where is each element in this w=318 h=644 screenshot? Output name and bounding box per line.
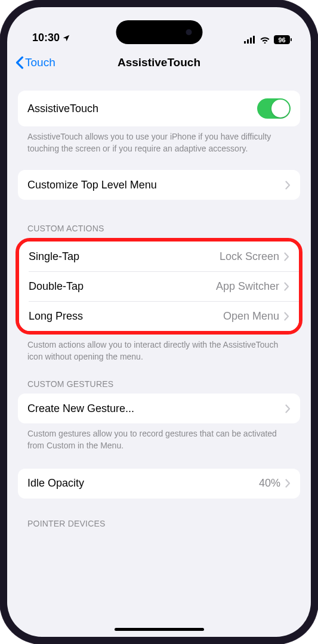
group-custom-gestures: CUSTOM GESTURES Create New Gesture... Cu… <box>18 379 300 451</box>
cellular-icon <box>244 36 256 44</box>
group-custom-actions: CUSTOM ACTIONS Single-Tap Lock Screen Do… <box>18 224 300 363</box>
settings-content[interactable]: AssistiveTouch AssistiveTouch allows you… <box>7 78 311 615</box>
group-main: AssistiveTouch AssistiveTouch allows you… <box>18 91 300 154</box>
phone-frame: 10:30 96 <box>0 0 318 644</box>
chevron-right-icon <box>285 479 291 488</box>
row-create-gesture[interactable]: Create New Gesture... <box>18 394 300 423</box>
row-label: Customize Top Level Menu <box>27 179 157 191</box>
group-header: CUSTOM GESTURES <box>18 379 300 394</box>
row-idle-opacity[interactable]: Idle Opacity 40% <box>18 469 300 499</box>
back-label: Touch <box>25 56 55 69</box>
page-title: AssistiveTouch <box>118 56 200 69</box>
row-customize-menu[interactable]: Customize Top Level Menu <box>18 170 300 200</box>
group-pointer-devices: POINTER DEVICES <box>18 519 300 533</box>
nav-bar: Touch AssistiveTouch <box>7 48 311 78</box>
group-customize: Customize Top Level Menu <box>18 170 300 200</box>
status-time: 10:30 <box>32 32 60 44</box>
dynamic-island <box>116 20 202 44</box>
row-label: Long Press <box>29 310 83 323</box>
annotation-highlight: Single-Tap Lock Screen Double-Tap App Sw… <box>16 238 302 335</box>
chevron-right-icon <box>285 404 291 413</box>
home-indicator[interactable] <box>115 628 204 631</box>
chevron-right-icon <box>284 312 289 321</box>
row-label: Single-Tap <box>29 250 79 263</box>
volume-up-button <box>0 158 1 197</box>
battery-icon: 96 <box>274 35 292 44</box>
row-label: Double-Tap <box>29 280 84 293</box>
wifi-icon <box>260 36 270 44</box>
row-value: 40% <box>259 477 280 490</box>
svg-rect-3 <box>253 36 255 44</box>
svg-rect-2 <box>250 38 252 44</box>
row-single-tap[interactable]: Single-Tap Lock Screen <box>19 242 299 271</box>
group-idle-opacity: Idle Opacity 40% <box>18 469 300 499</box>
row-long-press[interactable]: Long Press Open Menu <box>19 301 299 331</box>
group-footer: AssistiveTouch allows you to use your iP… <box>18 126 300 154</box>
svg-text:96: 96 <box>278 36 285 44</box>
volume-down-button <box>0 206 1 244</box>
group-header: POINTER DEVICES <box>18 519 300 533</box>
toggle-assistivetouch[interactable] <box>257 98 291 119</box>
location-icon <box>62 34 70 42</box>
svg-rect-0 <box>244 41 246 44</box>
row-value: Open Menu <box>223 310 279 323</box>
group-footer: Custom gestures allow you to record gest… <box>18 423 300 451</box>
back-button[interactable]: Touch <box>16 56 55 69</box>
row-value: Lock Screen <box>220 250 279 263</box>
chevron-right-icon <box>284 282 289 291</box>
row-value: App Switcher <box>216 280 279 293</box>
side-button <box>0 119 1 140</box>
chevron-left-icon <box>16 56 24 69</box>
row-label: AssistiveTouch <box>27 103 98 115</box>
row-label: Create New Gesture... <box>27 402 134 415</box>
row-assistivetouch[interactable]: AssistiveTouch <box>18 91 300 126</box>
svg-rect-5 <box>291 38 292 41</box>
chevron-right-icon <box>284 252 289 261</box>
row-label: Idle Opacity <box>27 477 84 490</box>
chevron-right-icon <box>285 181 291 190</box>
row-double-tap[interactable]: Double-Tap App Switcher <box>19 271 299 301</box>
svg-rect-1 <box>247 39 249 44</box>
group-header: CUSTOM ACTIONS <box>18 224 300 238</box>
screen: 10:30 96 <box>7 7 311 637</box>
group-footer: Custom actions allow you to interact dir… <box>18 335 300 363</box>
